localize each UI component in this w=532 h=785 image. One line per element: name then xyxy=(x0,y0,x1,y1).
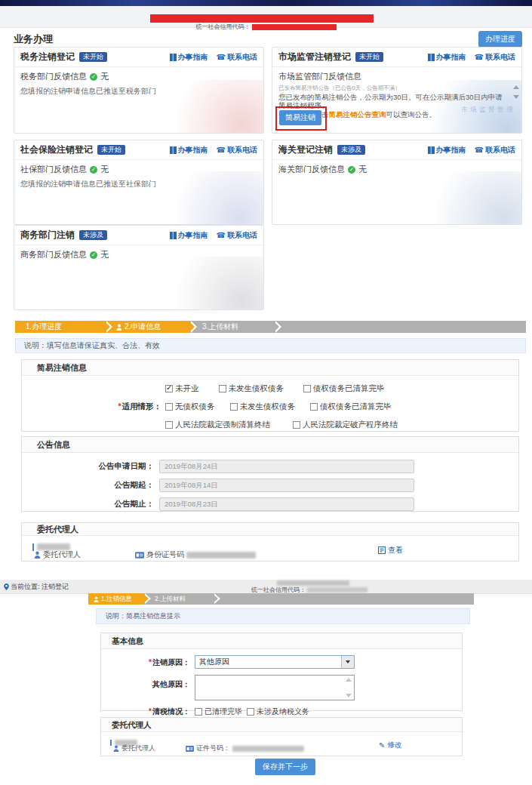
situation-label: *适用情形： xyxy=(22,402,161,412)
card-social-insurance-deregistration: 社会保险注销登记 未开始 办事指南 ☎联系电话 社保部门反馈信息 无 您填报的注… xyxy=(14,140,264,225)
reason-label: *注销原因： xyxy=(101,657,190,668)
checkbox-icon xyxy=(165,421,173,429)
section-agent: 委托代理人 委托代理人 身份证号码 查看 xyxy=(21,522,519,562)
card-body: 税务部门反馈信息 无 您填报的注销申请信息已推送至税务部门 xyxy=(14,67,263,133)
announcement-status-line: 已发布简易注销公告（已公告0天，公告期不满） xyxy=(278,85,505,92)
phone-link[interactable]: ☎联系电话 xyxy=(217,145,257,155)
phone-link[interactable]: ☎联系电话 xyxy=(217,230,257,241)
step-progress: 1.办理进度 xyxy=(15,321,104,333)
guide-link[interactable]: 办事指南 xyxy=(170,145,208,155)
checkbox-icon xyxy=(195,708,202,716)
section-agent: 委托代理人 委托代理人 证件号码： ✎ 修改 xyxy=(100,717,463,756)
person-icon xyxy=(113,745,119,752)
card-tax-deregistration: 税务注销登记 未开始 办事指南 ☎联系电话 税务部门反馈信息 无 您填报的注销申… xyxy=(14,47,264,134)
reason-select[interactable]: 其他原因 xyxy=(195,655,355,669)
card-title: 海关登记注销 xyxy=(278,143,333,156)
phone-link[interactable]: ☎联系电话 xyxy=(475,52,515,63)
section-announcement-info: 公告信息 公告申请日期： 2019年08月24日 公告期起： 2019年08月1… xyxy=(21,436,519,512)
checkbox-no-debt-occurred[interactable]: 未发生债权债务 xyxy=(219,383,284,394)
card-body: 海关部门反馈信息 无 xyxy=(272,160,521,224)
field-label: 公告期起： xyxy=(22,480,154,491)
person-icon xyxy=(94,596,99,602)
check-circle-icon xyxy=(90,73,97,81)
guide-book-icon xyxy=(428,54,435,61)
tip-post: 可以查询公告。 xyxy=(386,110,437,119)
check-circle-icon xyxy=(90,166,97,174)
card-header: 税务注销登记 未开始 办事指南 ☎联系电话 xyxy=(14,48,263,67)
field-label: 适用情形： xyxy=(122,402,162,411)
view-link[interactable]: 查看 xyxy=(378,545,403,556)
location-pin-icon xyxy=(4,583,9,590)
phone-link[interactable]: ☎联系电话 xyxy=(475,145,515,155)
checkbox-label: 人民法院裁定破产程序终结 xyxy=(303,420,398,430)
card-note: 您填报的注销申请信息已推送至税务部门 xyxy=(20,86,257,97)
checkbox-court-liquidation[interactable]: 人民法院裁定强制清算终结 xyxy=(165,420,270,430)
step-label: 3.上传材料 xyxy=(202,322,238,332)
idcard-icon xyxy=(186,746,194,752)
edit-link[interactable]: ✎ 修改 xyxy=(379,740,401,750)
form-note: 说明：简易注销信息提示 xyxy=(96,608,470,624)
breadcrumb-label: 当前位置: 注销登记 xyxy=(11,582,69,592)
credit-code-line: 统一社会信用代码： xyxy=(211,586,407,593)
progress-button[interactable]: 办理进度 xyxy=(478,31,522,48)
feedback-label: 商务部门反馈信息 xyxy=(20,249,87,260)
header-band: 统一社会信用代码： xyxy=(0,6,532,28)
credit-code-redacted xyxy=(307,587,367,593)
phone-icon: ☎ xyxy=(217,232,226,239)
person-icon xyxy=(34,551,41,559)
checkbox-debt-settled[interactable]: 债权债务已清算完毕 xyxy=(310,402,392,412)
section-title: 简易注销信息 xyxy=(22,360,518,376)
credit-code-label: 统一社会信用代码： xyxy=(196,23,251,30)
save-next-button[interactable]: 保存并下一步 xyxy=(255,759,315,775)
announcement-query-link[interactable]: 简易注销公告查询 xyxy=(329,110,386,119)
agent-id: 证件号码： xyxy=(186,743,304,753)
card-decorative-image xyxy=(143,257,263,309)
guide-link[interactable]: 办事指南 xyxy=(170,230,208,241)
phone-icon: ☎ xyxy=(475,146,484,154)
field-label: 公告期止： xyxy=(22,499,154,509)
checkbox-no-tax-obligation[interactable]: 未涉及纳税义务 xyxy=(247,706,309,717)
apply-steps-bar: 1.办理进度 2.申请信息 3.上传材料 xyxy=(15,321,526,333)
company-name-redacted xyxy=(277,580,349,586)
credit-code-redacted xyxy=(252,24,337,30)
other-reason-textarea[interactable] xyxy=(195,675,355,700)
scroll-up-icon[interactable] xyxy=(513,85,519,89)
checkbox-label: 人民法院裁定强制清算终结 xyxy=(175,420,270,430)
phone-icon: ☎ xyxy=(217,54,226,61)
guide-link[interactable]: 办事指南 xyxy=(428,145,466,155)
checkbox-no-debt-occurred[interactable]: 未发生债权债务 xyxy=(230,402,296,412)
checkbox-label: 债权债务已清算完毕 xyxy=(313,383,385,394)
checkbox-debt-settled[interactable]: 债权债务已清算完毕 xyxy=(303,383,385,394)
required-marker: * xyxy=(149,658,152,666)
feedback-label: 市场监管部门反馈信息 xyxy=(278,71,361,82)
section-simple-cancel-info: 简易注销信息 未开业 未发生债权债务 债权债务已清算完毕 *适用情形： 无债权债… xyxy=(21,359,519,432)
phone-link-label: 联系电话 xyxy=(485,52,515,63)
agent-role-label: 委托代理人 xyxy=(121,743,155,753)
feedback-line: 社保部门反馈信息 无 xyxy=(20,164,257,175)
phone-link-label: 联系电话 xyxy=(485,145,515,155)
guide-book-icon xyxy=(170,54,177,61)
card-body: 商务部门反馈信息 无 xyxy=(14,245,263,309)
scroll-down-icon[interactable] xyxy=(513,95,519,99)
feedback-line: 税务部门反馈信息 无 xyxy=(20,71,257,82)
feedback-label: 海关部门反馈信息 xyxy=(278,164,345,175)
simple-deregistration-button[interactable]: 简易注销 xyxy=(279,110,321,125)
step-upload: 3.上传材料 xyxy=(189,321,273,333)
scroll-down-icon[interactable] xyxy=(346,694,352,697)
checkbox-tax-cleared[interactable]: 已清理完毕 xyxy=(195,706,242,717)
checkbox-icon xyxy=(247,708,254,716)
guide-book-icon xyxy=(428,146,435,154)
feedback-line: 商务部门反馈信息 无 xyxy=(20,249,257,260)
checkbox-court-bankruptcy[interactable]: 人民法院裁定破产程序终结 xyxy=(293,420,398,430)
phone-link[interactable]: ☎联系电话 xyxy=(217,52,257,63)
checkbox-no-debt[interactable]: 无债权债务 xyxy=(165,402,215,412)
checkbox-label: 已清理完毕 xyxy=(204,706,242,717)
guide-link[interactable]: 办事指南 xyxy=(428,52,466,63)
checkbox-not-opened[interactable]: 未开业 xyxy=(165,383,199,394)
card-scrollbar xyxy=(513,85,519,99)
checkbox-label: 无债权债务 xyxy=(175,402,215,412)
guide-link[interactable]: 办事指南 xyxy=(170,52,208,63)
agent-id-label: 身份证号码 xyxy=(146,550,184,560)
scroll-up-icon[interactable] xyxy=(346,678,352,682)
section-title: 委托代理人 xyxy=(101,718,462,732)
